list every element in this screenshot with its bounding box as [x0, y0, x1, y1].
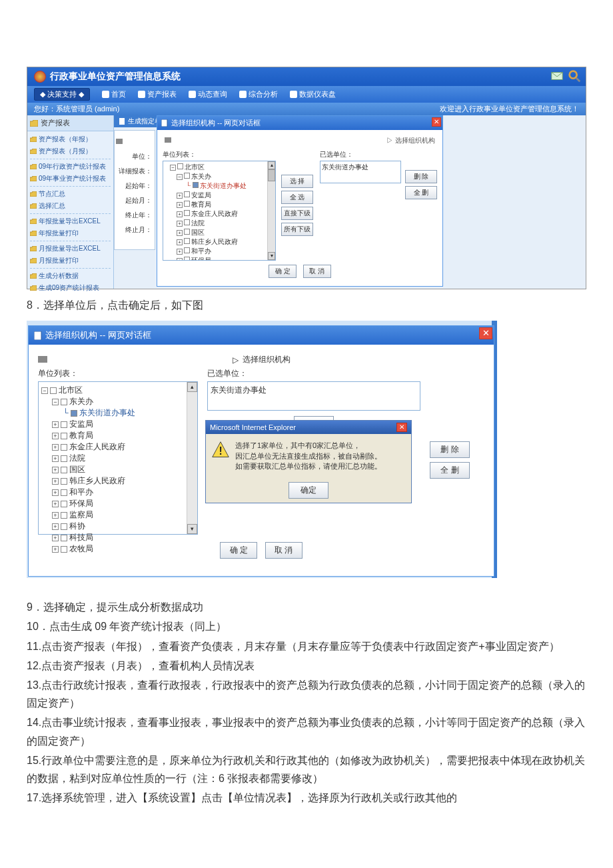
svg-point-1 — [570, 71, 577, 79]
folder-icon — [30, 176, 37, 181]
delete-all-button[interactable]: 全 删 — [430, 462, 470, 479]
folder-icon — [30, 191, 37, 197]
home-icon — [102, 91, 109, 98]
select-button[interactable]: 选 择 — [281, 175, 313, 188]
nav-dashboard[interactable]: 数据仪表盘 — [290, 88, 336, 101]
direct-sub-button[interactable]: 直接下级 — [281, 207, 313, 220]
select-all-button[interactable]: 全 选 — [281, 191, 313, 204]
selected-units-box: 东关街道办事处 — [320, 161, 401, 183]
dialog2-title: 选择组织机构 -- 网页对话框 ✕ — [29, 326, 494, 345]
print-icon — [116, 139, 123, 145]
ie-alert-title: Microsoft Internet Explorer ✕ — [206, 421, 411, 434]
svg-rect-3 — [119, 118, 125, 125]
cancel-button[interactable]: 取 消 — [265, 542, 303, 559]
instruction-17: 17.选择系统管理，进入【系统设置】点击【单位情况表】，选择原为行政机关或行政其… — [27, 789, 586, 807]
delete-button[interactable]: 删 除 — [430, 441, 470, 458]
sidebar-item[interactable]: 09年事业资产统计报表 — [30, 173, 111, 185]
page-icon — [34, 331, 43, 340]
sidebar-item[interactable]: 09年行政资产统计报表 — [30, 161, 111, 173]
folder-icon — [30, 246, 37, 251]
unit-tree[interactable]: −北市区 −东关办 └ 东关街道办事处 +安监局 +教育局 +东金庄人民政府 +… — [38, 381, 198, 535]
nav-asset-report[interactable]: 资产报表 — [138, 88, 177, 101]
instruction-14: 14.点击事业统计报表，查看事业报表，事业报表中的资产总额为事业负债表的总额，小… — [27, 713, 586, 749]
instruction-9: 9．选择确定，提示生成分析数据成功 — [27, 598, 586, 616]
screenshot-1: 行政事业单位资产管理信息系统 ◆ 决策支持 ◆ 首页 资产报表 动态查询 综合分… — [27, 67, 586, 289]
page-icon — [161, 119, 169, 127]
list-label: 单位列表： — [163, 150, 276, 159]
org-select-dialog: 选择组织机构 -- 网页对话框 ✕ ▷ 选择组织机构 单位列表： — [157, 115, 443, 287]
sidebar: 资产报表 资产报表（年报） 资产报表（月报） 09年行政资产统计报表 09年事业… — [27, 115, 114, 289]
ok-button[interactable]: 确 定 — [220, 542, 257, 559]
page-icon — [290, 91, 297, 98]
folder-icon — [30, 120, 38, 127]
app-logo-icon — [34, 71, 46, 83]
list-label: 单位列表： — [38, 368, 198, 379]
instruction-10: 10．点击生成 09 年资产统计报表（同上） — [27, 617, 586, 635]
sidebar-item[interactable]: 年报批量导出EXCEL — [30, 215, 111, 227]
content-area: 生成指定单 单位： 详细报表： 起始年： 起始月： 终止年： 终止月： 选择组织… — [114, 115, 586, 289]
svg-rect-4 — [116, 139, 123, 144]
print-icon — [165, 137, 171, 144]
svg-text:!: ! — [219, 445, 222, 457]
selected-units-box: 东关街道办事处 — [207, 381, 420, 411]
close-icon[interactable]: ✕ — [396, 423, 407, 432]
sidebar-list: 资产报表（年报） 资产报表（月报） 09年行政资产统计报表 09年事业资产统计报… — [27, 131, 113, 296]
alert-ok-button[interactable]: 确定 — [289, 482, 328, 499]
scrollbar[interactable]: ▴▾ — [187, 382, 197, 534]
instruction-11: 11.点击资产报表（年报），查看资产负债表，月末存量（月末存量应等于负债表中行政… — [27, 637, 586, 655]
svg-rect-7 — [34, 331, 41, 340]
folder-icon — [30, 164, 37, 169]
sidebar-item[interactable]: 年报批量打印 — [30, 227, 111, 239]
close-icon[interactable]: ✕ — [432, 117, 441, 127]
instruction-13: 13.点击行政统计报表，查看行政报表，行政报表中的资产总额为行政负债表的总额，小… — [27, 676, 586, 712]
sidebar-item[interactable]: 资产报表（月报） — [30, 145, 111, 157]
search-icon — [567, 69, 582, 83]
print-icon — [38, 356, 47, 364]
screenshot-2: 选择组织机构 -- 网页对话框 ✕ ▷ 选择组织机构 单位列表： −北市区 −东… — [27, 321, 493, 578]
instruction-8: 8．选择单位后，点击确定后，如下图 — [27, 296, 586, 314]
page-icon — [189, 91, 196, 98]
folder-icon — [30, 231, 37, 236]
nav-home[interactable]: 首页 — [102, 88, 126, 101]
instruction-15: 15.行政单位中需要注意的是，原来单位为行政机关和行政其他的（如修改为政协机关）… — [27, 751, 586, 787]
warning-icon: ! — [211, 441, 230, 459]
alert-text: 选择了1家单位，其中有0家汇总单位， 因汇总单位无法直接生成指标，被自动剔除。 … — [235, 441, 382, 471]
sidebar-item[interactable]: 月报批量导出EXCEL — [30, 243, 111, 255]
delete-button[interactable]: 删 除 — [405, 170, 437, 183]
folder-icon — [30, 285, 37, 291]
sidebar-item[interactable]: 月报批量打印 — [30, 255, 111, 267]
breadcrumb: ▷ 选择组织机构 — [38, 351, 484, 368]
delete-all-button[interactable]: 全 删 — [405, 186, 437, 199]
svg-rect-6 — [165, 137, 171, 143]
folder-icon — [30, 273, 37, 279]
sidebar-item[interactable]: 选择汇总 — [30, 200, 111, 212]
folder-icon — [30, 258, 37, 263]
close-icon[interactable]: ✕ — [479, 327, 492, 339]
sidebar-item[interactable]: 生成09资产统计报表 — [30, 282, 111, 294]
svg-rect-5 — [161, 119, 167, 127]
sidebar-item[interactable]: 节点汇总 — [30, 188, 111, 200]
ie-alert-dialog: Microsoft Internet Explorer ✕ ! 选择了1家单位，… — [205, 420, 412, 503]
nav-integrated[interactable]: 综合分析 — [239, 88, 278, 101]
page-icon — [239, 91, 247, 98]
page-icon — [138, 91, 145, 98]
all-sub-button[interactable]: 所有下级 — [281, 223, 313, 236]
cancel-button[interactable]: 取 消 — [303, 265, 331, 278]
unit-tree[interactable]: −北市区 −东关办 └ 东关街道办事处 +安监局 +教育局 +东金庄人民政府 +… — [163, 161, 276, 261]
sidebar-item[interactable]: 资产报表（年报） — [30, 133, 111, 145]
folder-icon — [30, 203, 37, 209]
app-header: 行政事业单位资产管理信息系统 — [27, 67, 586, 86]
sidebar-item[interactable]: 生成分析数据 — [30, 270, 111, 282]
folder-icon — [30, 149, 37, 154]
mail-icon — [550, 69, 564, 83]
ok-button[interactable]: 确 定 — [269, 265, 297, 278]
nav-menu[interactable]: ◆ 决策支持 ◆ — [34, 88, 90, 101]
instructions-block: 9．选择确定，提示生成分析数据成功 10．点击生成 09 年资产统计报表（同上）… — [27, 598, 586, 807]
scrollbar[interactable]: ▴▾ — [267, 161, 275, 260]
welcome-bar: 您好：系统管理员 (admin) 欢迎进入行政事业单位资产管理信息系统！ — [27, 103, 586, 115]
dialog-title: 选择组织机构 -- 网页对话框 ✕ — [157, 116, 442, 130]
nav-dynamic-query[interactable]: 动态查询 — [189, 88, 227, 101]
nav-bar: ◆ 决策支持 ◆ 首页 资产报表 动态查询 综合分析 数据仪表盘 — [27, 86, 586, 103]
instruction-12: 12.点击资产报表（月表），查看机构人员情况表 — [27, 657, 586, 675]
sidebar-title: 资产报表 — [27, 115, 113, 131]
